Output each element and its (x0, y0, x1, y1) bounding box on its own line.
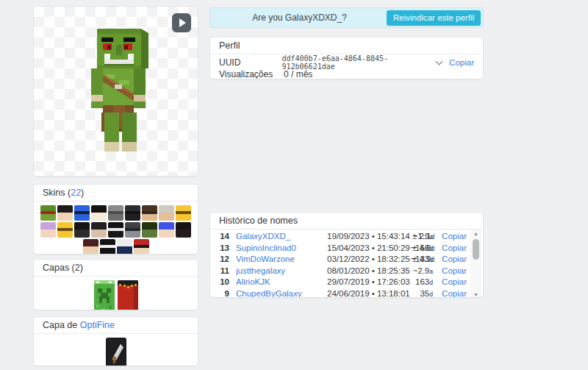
goblin-skin-3d-render[interactable] (72, 23, 160, 163)
dark-red-black-skin-thumbnail[interactable] (176, 222, 191, 238)
history-copy-link[interactable]: Copiar (436, 266, 467, 275)
history-duration: 35d (399, 289, 433, 298)
history-row: 11justthegalaxy08/01/2020 • 18:25:35~2.9… (218, 266, 483, 278)
uuid-copy-link[interactable]: Copiar (449, 58, 474, 67)
old-man-skin-thumbnail[interactable] (159, 205, 174, 221)
wither-skull-skin-thumbnail[interactable] (125, 205, 140, 221)
claim-question-text: Are you GalaxyXDXD_? (212, 13, 387, 23)
history-duration-unit: a (429, 233, 433, 241)
history-name-link[interactable]: AlirioKJK (236, 277, 327, 286)
history-duration: ~2.9a (399, 266, 433, 275)
history-duration-unit: d (429, 245, 433, 252)
history-row: 14GalaxyXDXD_19/09/2023 • 15:43:14 ± 2.1… (218, 232, 483, 243)
scroll-up-icon[interactable]: ▲ (473, 230, 478, 238)
history-table: 14GalaxyXDXD_19/09/2023 • 15:43:14 ± 2.1… (210, 230, 483, 298)
skins-count-link[interactable]: 22 (71, 188, 81, 198)
history-duration-unit: a (429, 268, 433, 275)
creeper-cape-icon (94, 280, 115, 310)
uuid-label: UUID (219, 57, 282, 68)
creeper-cape-thumbnail[interactable] (94, 280, 115, 310)
white-navy-skin-thumbnail[interactable] (117, 239, 132, 255)
lavender-hair-skin-thumbnail[interactable] (40, 222, 56, 238)
history-rows: 14GalaxyXDXD_19/09/2023 • 15:43:14 ± 2.1… (218, 232, 483, 298)
uuid-value: ddf400b7-e6aa-4864-8845-912b06621dae (282, 54, 437, 71)
skins-panel-title: Skins (22) (34, 185, 198, 202)
history-duration: ~133d (399, 255, 433, 263)
optifine-panel-title: Capa de OptiFine (34, 317, 198, 334)
chevron-down-icon[interactable] (436, 58, 443, 65)
history-panel-title: Histórico de nomes (210, 213, 483, 230)
red-gold-cape-thumbnail[interactable] (118, 280, 138, 310)
history-rank: 10 (218, 277, 229, 286)
history-row: 10AlirioKJK29/07/2019 • 17:26:03163dCopi… (218, 277, 483, 289)
blue-hair-skin-thumbnail[interactable] (159, 222, 174, 238)
scrollbar-track[interactable] (470, 238, 481, 291)
gray-skull-skin-thumbnail[interactable] (108, 205, 123, 221)
history-copy-link[interactable]: Copiar (436, 243, 467, 252)
play-animation-button[interactable] (172, 13, 191, 32)
glasses-skin-thumbnail[interactable] (142, 205, 157, 221)
thinking-emoji-skin-2-thumbnail[interactable] (57, 222, 73, 238)
history-row: 13SupinoInclinad015/04/2023 • 21:50:29 ±… (218, 243, 483, 255)
thinking-emoji-skin-thumbnail[interactable] (176, 205, 191, 221)
optifine-cape-thumbnail[interactable] (106, 338, 126, 366)
history-name-link[interactable]: VimDoWarzone (236, 255, 327, 263)
white-headband-skin-thumbnail[interactable] (108, 222, 123, 238)
dark-green-skin-thumbnail[interactable] (142, 222, 157, 238)
scrollbar-thumb[interactable] (473, 239, 479, 260)
history-name-link[interactable]: GalaxyXDXD_ (236, 232, 327, 241)
optifine-link[interactable]: OptiFine (80, 320, 115, 330)
gray-glasses-skin-thumbnail[interactable] (125, 222, 140, 238)
blue-ninja-skin-thumbnail[interactable] (74, 205, 90, 221)
history-name-link[interactable]: SupinoInclinad0 (236, 243, 327, 252)
skins-grid-row (37, 222, 195, 238)
black-white-eyes-skin-thumbnail[interactable] (100, 239, 115, 255)
profile-panel: Perfil UUID ddf400b7-e6aa-4864-8845-912b… (209, 37, 484, 79)
skins-panel: Skins (22) (33, 184, 198, 255)
black-hair-skin-thumbnail[interactable] (57, 205, 73, 221)
scroll-down-icon[interactable]: ▼ (473, 291, 478, 298)
history-copy-link[interactable]: Copiar (436, 232, 467, 241)
history-name-link[interactable]: ChupedByGalaxy (236, 289, 327, 298)
history-copy-link[interactable]: Copiar (436, 289, 467, 298)
profile-details: UUID ddf400b7-e6aa-4864-8845-912b06621da… (210, 54, 483, 79)
capes-panel: Capas (2) (33, 259, 198, 310)
profile-panel-title: Perfil (210, 38, 483, 54)
history-rank: 12 (218, 255, 229, 263)
all-black-skin-thumbnail[interactable] (74, 222, 90, 238)
capes-panel-title: Capas (2) (34, 260, 198, 277)
history-duration-unit: d (429, 291, 433, 298)
history-row: 12VimDoWarzone03/12/2022 • 18:32:25 ± 4.… (218, 255, 483, 266)
optifine-sword-cape-icon (106, 338, 126, 366)
history-name-link[interactable]: justthegalaxy (236, 266, 327, 275)
skin-viewer-panel[interactable] (33, 6, 198, 177)
history-rank: 11 (218, 266, 229, 275)
uuid-row: UUID ddf400b7-e6aa-4864-8845-912b06621da… (219, 57, 474, 68)
history-duration: 163d (399, 277, 433, 286)
name-history-panel: Histórico de nomes 14GalaxyXDXD_19/09/20… (209, 212, 484, 298)
red-cap-skin-thumbnail[interactable] (134, 239, 149, 255)
history-duration: ~156d (399, 243, 433, 252)
spiky-hair-smile-skin-thumbnail[interactable] (91, 205, 107, 221)
history-copy-link[interactable]: Copiar (436, 277, 467, 286)
history-rank: 13 (218, 243, 229, 252)
goblin-skin-thumbnail[interactable] (40, 205, 56, 221)
history-duration-unit: d (429, 279, 433, 286)
history-copy-link[interactable]: Copiar (436, 255, 467, 263)
history-duration: ~1.9a (399, 232, 433, 241)
claim-profile-button[interactable]: Reivindicar este perfil (387, 10, 481, 26)
red-gold-cape-icon (118, 280, 138, 310)
skins-title-text: Skins ( (43, 188, 71, 198)
optifine-title-text: Capa de (43, 320, 80, 330)
skins-grid-row (37, 239, 195, 255)
history-duration-unit: d (429, 256, 433, 263)
history-rank: 9 (218, 289, 229, 298)
history-scrollbar[interactable]: ▲ ▼ (470, 230, 481, 298)
views-label: Visualizações (219, 69, 284, 79)
red-hair-tear-skin-thumbnail[interactable] (83, 239, 98, 255)
capes-grid (34, 277, 198, 310)
optifine-cape-panel: Capa de OptiFine (33, 316, 198, 366)
history-rank: 14 (218, 232, 229, 241)
dark-hair-pale-skin-thumbnail[interactable] (91, 222, 107, 238)
skins-grid-row (37, 205, 195, 221)
